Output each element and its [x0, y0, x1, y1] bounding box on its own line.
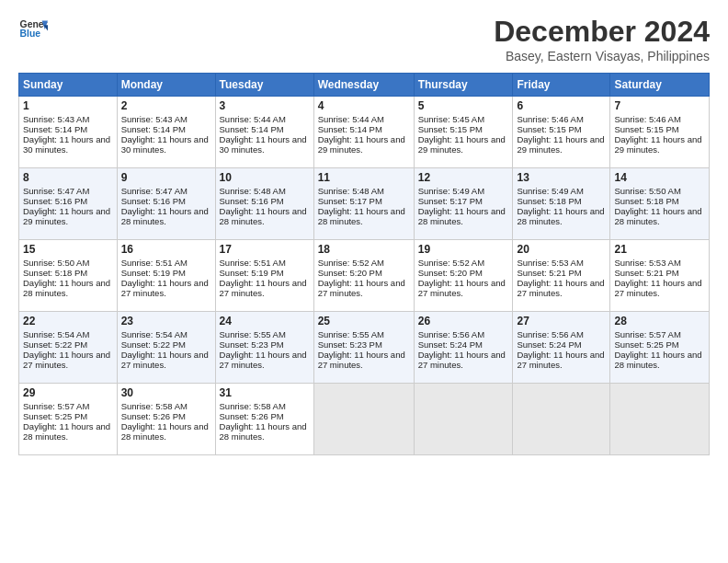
calendar-cell: 9Sunrise: 5:47 AMSunset: 5:16 PMDaylight…	[117, 168, 215, 240]
calendar-cell: 8Sunrise: 5:47 AMSunset: 5:16 PMDaylight…	[19, 168, 118, 240]
table-row: 1Sunrise: 5:43 AMSunset: 5:14 PMDaylight…	[19, 97, 710, 168]
page-header: General Blue December 2024 Basey, Easter…	[18, 15, 710, 63]
calendar-cell: 20Sunrise: 5:53 AMSunset: 5:21 PMDayligh…	[513, 240, 610, 312]
calendar-cell: 2Sunrise: 5:43 AMSunset: 5:14 PMDaylight…	[117, 97, 215, 168]
table-row: 15Sunrise: 5:50 AMSunset: 5:18 PMDayligh…	[19, 240, 710, 312]
calendar-cell: 21Sunrise: 5:53 AMSunset: 5:21 PMDayligh…	[610, 240, 710, 312]
logo-icon: General Blue	[18, 15, 48, 44]
subtitle: Basey, Eastern Visayas, Philippines	[494, 49, 710, 63]
calendar-cell: 23Sunrise: 5:54 AMSunset: 5:22 PMDayligh…	[117, 312, 215, 384]
main-title: December 2024	[494, 15, 710, 49]
svg-text:Blue: Blue	[20, 29, 41, 39]
calendar-cell: 27Sunrise: 5:56 AMSunset: 5:24 PMDayligh…	[513, 312, 610, 384]
col-thursday: Thursday	[414, 74, 513, 97]
calendar-cell: 25Sunrise: 5:55 AMSunset: 5:23 PMDayligh…	[313, 312, 414, 384]
table-row: 22Sunrise: 5:54 AMSunset: 5:22 PMDayligh…	[19, 312, 710, 384]
calendar-cell: 18Sunrise: 5:52 AMSunset: 5:20 PMDayligh…	[313, 240, 414, 312]
calendar-cell: 7Sunrise: 5:46 AMSunset: 5:15 PMDaylight…	[610, 97, 710, 168]
calendar-cell: 10Sunrise: 5:48 AMSunset: 5:16 PMDayligh…	[215, 168, 313, 240]
calendar-cell: 16Sunrise: 5:51 AMSunset: 5:19 PMDayligh…	[117, 240, 215, 312]
calendar-cell: 17Sunrise: 5:51 AMSunset: 5:19 PMDayligh…	[215, 240, 313, 312]
calendar-cell: 26Sunrise: 5:56 AMSunset: 5:24 PMDayligh…	[414, 312, 513, 384]
col-sunday: Sunday	[19, 74, 118, 97]
calendar-cell: 19Sunrise: 5:52 AMSunset: 5:20 PMDayligh…	[414, 240, 513, 312]
table-row: 29Sunrise: 5:57 AMSunset: 5:25 PMDayligh…	[19, 384, 710, 455]
col-tuesday: Tuesday	[215, 74, 313, 97]
title-block: December 2024 Basey, Eastern Visayas, Ph…	[494, 15, 710, 63]
calendar-cell: 12Sunrise: 5:49 AMSunset: 5:17 PMDayligh…	[414, 168, 513, 240]
calendar-cell: 11Sunrise: 5:48 AMSunset: 5:17 PMDayligh…	[313, 168, 414, 240]
calendar-cell: 31Sunrise: 5:58 AMSunset: 5:26 PMDayligh…	[215, 384, 313, 455]
calendar-cell: 6Sunrise: 5:46 AMSunset: 5:15 PMDaylight…	[513, 97, 610, 168]
calendar-cell: 24Sunrise: 5:55 AMSunset: 5:23 PMDayligh…	[215, 312, 313, 384]
calendar-cell: 30Sunrise: 5:58 AMSunset: 5:26 PMDayligh…	[117, 384, 215, 455]
calendar-cell: 1Sunrise: 5:43 AMSunset: 5:14 PMDaylight…	[19, 97, 118, 168]
col-friday: Friday	[513, 74, 610, 97]
calendar-cell	[513, 384, 610, 455]
calendar-cell	[313, 384, 414, 455]
header-row: Sunday Monday Tuesday Wednesday Thursday…	[19, 74, 710, 97]
calendar-cell: 13Sunrise: 5:49 AMSunset: 5:18 PMDayligh…	[513, 168, 610, 240]
calendar-cell: 28Sunrise: 5:57 AMSunset: 5:25 PMDayligh…	[610, 312, 710, 384]
calendar-cell	[414, 384, 513, 455]
col-saturday: Saturday	[610, 74, 710, 97]
calendar-cell: 3Sunrise: 5:44 AMSunset: 5:14 PMDaylight…	[215, 97, 313, 168]
calendar-cell: 4Sunrise: 5:44 AMSunset: 5:14 PMDaylight…	[313, 97, 414, 168]
calendar-cell: 29Sunrise: 5:57 AMSunset: 5:25 PMDayligh…	[19, 384, 118, 455]
calendar-cell: 15Sunrise: 5:50 AMSunset: 5:18 PMDayligh…	[19, 240, 118, 312]
calendar-cell: 22Sunrise: 5:54 AMSunset: 5:22 PMDayligh…	[19, 312, 118, 384]
calendar-table: Sunday Monday Tuesday Wednesday Thursday…	[18, 73, 710, 455]
col-monday: Monday	[117, 74, 215, 97]
calendar-cell: 5Sunrise: 5:45 AMSunset: 5:15 PMDaylight…	[414, 97, 513, 168]
calendar-cell: 14Sunrise: 5:50 AMSunset: 5:18 PMDayligh…	[610, 168, 710, 240]
table-row: 8Sunrise: 5:47 AMSunset: 5:16 PMDaylight…	[19, 168, 710, 240]
calendar-cell	[610, 384, 710, 455]
col-wednesday: Wednesday	[313, 74, 414, 97]
logo: General Blue	[18, 15, 48, 44]
